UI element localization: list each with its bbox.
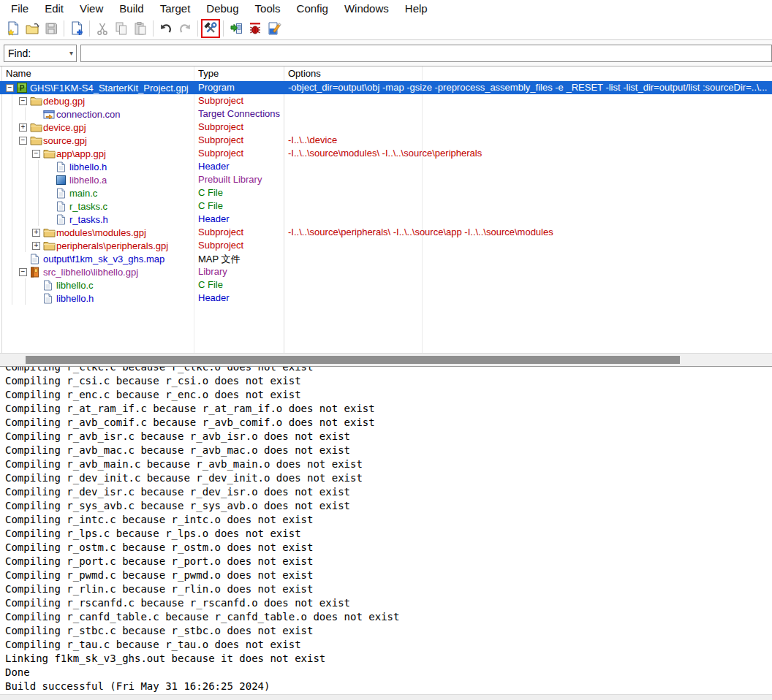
column-header-options[interactable]: Options [288,68,321,79]
tree-row[interactable]: −src_libhello\libhello.gpjLibrary [0,265,772,278]
console-line: Compiling r_avb_mac.c because r_avb_mac.… [5,444,772,457]
expand-expander[interactable]: + [32,242,40,250]
file-icon [56,201,69,212]
collapse-expander[interactable]: − [6,84,14,92]
tree-row[interactable]: −debug.gpjSubproject [0,94,772,107]
tree-rows: −PGHS\F1KM-S4_StarterKit_Project.gpjProg… [0,81,772,305]
expand-expander[interactable]: + [19,123,27,132]
tree-guide-line [19,213,32,226]
collapse-expander[interactable]: − [19,97,27,105]
tree-row[interactable]: +device.gpjSubproject [0,121,772,134]
toolbar-separator [223,20,224,37]
tree-row[interactable]: connection.conTarget Connections [0,107,772,121]
connect-target-button[interactable] [227,20,245,37]
undo-button[interactable] [157,20,175,37]
build-button[interactable] [202,20,219,37]
scrollbar-thumb[interactable] [26,356,680,364]
console-line: Done [5,666,772,680]
tree-item-type: Subproject [198,240,243,251]
tree-row[interactable]: +modules\modules.gpjSubproject-I..\..\so… [0,226,772,239]
tree-guide-line [19,160,32,173]
tree-row[interactable]: libhello.cC File [0,278,772,292]
tree-row[interactable]: +peripherals\peripherals.gpjSubproject [0,239,772,252]
tree-item-type: Header [198,213,230,224]
new-file-button[interactable] [4,20,22,37]
file-icon [30,254,43,265]
tree-row[interactable]: −source.gpjSubproject-I..\..\device [0,134,772,147]
menu-build[interactable]: Build [111,0,151,18]
tree-row[interactable]: −PGHS\F1KM-S4_StarterKit_Project.gpjProg… [0,81,772,94]
tree-guide-line [19,173,32,186]
build-icon [203,21,218,36]
menu-file[interactable]: File [3,0,37,18]
add-file-button[interactable] [68,20,86,37]
folder-icon [30,96,43,106]
tree-guide-line [6,121,19,134]
menu-windows[interactable]: Windows [336,0,397,18]
tree-item-options: -I..\..\device [288,134,772,145]
tree-guide-line [19,107,32,121]
tree-row[interactable]: output\f1km_sk_v3_ghs.mapMAP 文件 [0,252,772,265]
tree-item-type: Program [198,82,235,93]
tree-row[interactable]: r_tasks.hHeader [0,213,772,226]
tree-item-name: main.c [69,188,97,199]
collapse-expander[interactable]: − [32,150,40,158]
tree-guide-line [32,186,45,199]
column-header-type[interactable]: Type [198,68,219,79]
collapse-expander[interactable]: − [19,268,27,276]
tree-item-type: Subproject [198,95,243,106]
tree-item-name: GHS\F1KM-S4_StarterKit_Project.gpj [30,83,189,94]
menu-view[interactable]: View [72,0,111,18]
tree-header: Name Type Options [0,66,772,81]
menu-bar: FileEditViewBuildTargetDebugToolsConfigW… [0,0,772,18]
tree-item-type: Header [198,292,230,303]
console-line: Compiling r_pwmd.c because r_pwmd.o does… [5,568,772,582]
menu-debug[interactable]: Debug [198,0,246,18]
find-input[interactable] [80,45,772,62]
folder-icon [43,240,56,251]
open-project-button[interactable] [23,20,41,37]
copy-button [113,20,130,37]
horizontal-scrollbar[interactable] [0,353,772,367]
menu-target[interactable]: Target [152,0,199,18]
connect-target-icon [229,21,243,36]
tree-row[interactable]: −app\app.gpjSubproject-I..\..\source\mod… [0,147,772,160]
console-line: Compiling r_ostm.c because r_ostm.o does… [5,541,772,555]
menu-config[interactable]: Config [289,0,336,18]
tree-item-type: C File [198,187,223,198]
console-line: Compiling r_avb_isr.c because r_avb_isr.… [5,430,772,444]
program-icon: P [17,83,30,93]
editor-button[interactable] [265,20,283,37]
tree-guide-line [19,186,32,199]
tree-row[interactable]: libhello.aPrebuilt Library [0,173,772,186]
collapse-expander[interactable]: − [19,137,27,145]
menu-tools[interactable]: Tools [247,0,289,18]
find-bar: Find: ▾ [0,40,772,66]
debug-button[interactable] [246,20,264,37]
chevron-down-icon: ▾ [69,49,73,57]
tree-guide-line [6,278,19,292]
tree-row[interactable]: libhello.hHeader [0,292,772,305]
build-output-console[interactable]: Compiling r_clkc.c because r_clkc.o does… [0,367,772,694]
tree-row[interactable]: libhello.hHeader [0,160,772,173]
tree-item-name: debug.gpj [43,96,85,107]
paste-button [132,20,149,37]
tree-item-type: MAP 文件 [198,253,241,266]
column-header-name[interactable]: Name [6,68,31,79]
toolbar-separator [153,20,154,37]
tree-guide-line [19,199,32,213]
tree-item-name: src_libhello\libhello.gpj [43,267,138,278]
expand-expander[interactable]: + [32,229,40,237]
menu-edit[interactable]: Edit [37,0,72,18]
tree-guide-line [19,226,32,239]
tree-item-type: Subproject [198,227,243,237]
tree-row[interactable]: main.cC File [0,186,772,199]
console-line: Compiling r_stbc.c because r_stbc.o does… [5,624,772,638]
add-file-icon [69,21,84,36]
tree-row[interactable]: r_tasks.cC File [0,199,772,213]
tree-guide-line [6,147,19,160]
find-dropdown[interactable]: Find: ▾ [4,45,77,62]
menu-help[interactable]: Help [397,0,436,18]
tree-item-name: peripherals\peripherals.gpj [56,240,168,251]
editor-icon [267,21,281,36]
